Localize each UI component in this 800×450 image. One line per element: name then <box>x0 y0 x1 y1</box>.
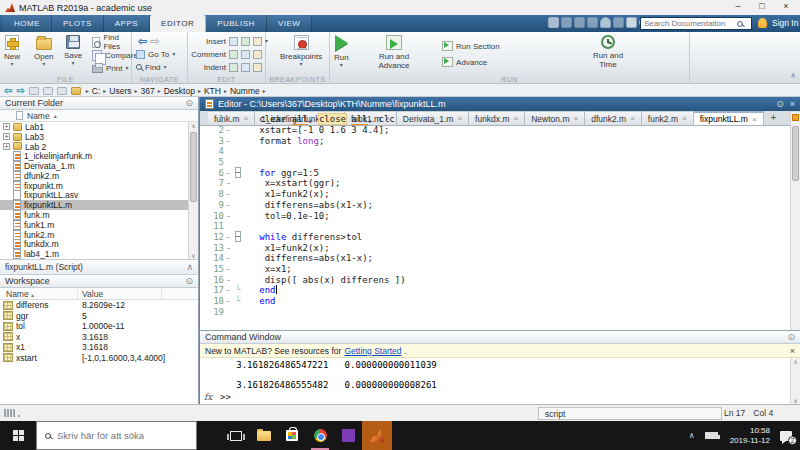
breakpoint-margin[interactable]: - <box>224 125 233 135</box>
code-line-14[interactable]: 14- differens=abs(x1-x); <box>200 253 790 264</box>
ribbon-tab-plots[interactable]: PLOTS <box>52 15 104 32</box>
open-button[interactable]: Open▾ <box>34 35 54 67</box>
code-line-12[interactable]: 12-− while differens>tol <box>200 232 790 243</box>
cut-icon[interactable] <box>561 17 572 28</box>
collapse-ribbon-icon[interactable]: ∧ <box>790 71 796 80</box>
app-purple-icon[interactable] <box>334 421 362 450</box>
battery-icon[interactable] <box>705 432 718 439</box>
file-item-funk2-m[interactable]: funk2.m <box>0 230 188 240</box>
breadcrumb-item-desktop[interactable]: Desktop <box>164 86 195 96</box>
search-icon[interactable] <box>737 21 743 27</box>
line-number[interactable]: 1 <box>200 114 224 124</box>
code-line-10[interactable]: 10- tol=0.1e-10; <box>200 210 790 221</box>
comment-icon[interactable] <box>229 50 238 59</box>
workspace-row-xstart[interactable]: xstart[-1,0,1.6000,3,4.4000] <box>0 353 198 364</box>
redo-icon[interactable] <box>613 17 624 28</box>
ribbon-tab-home[interactable]: HOME <box>3 15 52 32</box>
breakpoint-margin[interactable]: - <box>224 200 233 210</box>
file-explorer-icon[interactable] <box>250 421 278 450</box>
file-item-1-ickelinjarfunk-m[interactable]: 1_ickelinjarfunk.m <box>0 151 188 161</box>
workspace-value-column[interactable]: Value <box>78 289 162 299</box>
line-number[interactable]: 7 <box>200 178 224 188</box>
indent-right-icon[interactable] <box>241 63 250 72</box>
smart-indent-icon[interactable] <box>229 63 238 72</box>
save-button[interactable]: Save▾ <box>64 35 82 66</box>
breadcrumb-item-367[interactable]: 367 <box>141 86 155 96</box>
panel-menu-icon[interactable]: ⊙ <box>185 98 193 108</box>
breakpoint-margin[interactable]: - <box>224 285 233 295</box>
copy-icon[interactable] <box>574 17 585 28</box>
code-line-7[interactable]: 7- x=xstart(ggr); <box>200 178 790 189</box>
hidden-icons-chevron-icon[interactable]: ∧ <box>689 431 695 440</box>
workspace-row-ggr[interactable]: ggr5 <box>0 311 198 322</box>
file-item-funk-m[interactable]: funk.m <box>0 210 188 220</box>
breakpoint-margin[interactable]: - <box>224 189 233 199</box>
line-number[interactable]: 11 <box>200 221 224 231</box>
command-window-scrollbar[interactable]: ∧∨ <box>790 358 800 404</box>
line-number[interactable]: 15 <box>200 264 224 274</box>
print-icon[interactable] <box>626 17 637 28</box>
run-and-advance-button[interactable]: Run and Advance <box>372 35 416 70</box>
history-back-icon[interactable]: ⇦ <box>4 86 12 96</box>
file-item-dfunk2-m[interactable]: dfunk2.m <box>0 171 188 181</box>
line-number[interactable]: 16 <box>200 275 224 285</box>
breadcrumb-item-numme[interactable]: Numme <box>230 86 260 96</box>
breadcrumb-item-c[interactable]: C: <box>92 86 101 96</box>
code-line-9[interactable]: 9- differens=abs(x1-x); <box>200 200 790 211</box>
ribbon-tab-editor[interactable]: EDITOR <box>150 15 206 32</box>
notification-bell-icon[interactable] <box>758 18 767 28</box>
file-item-lab3[interactable]: +Lab3 <box>0 132 188 142</box>
insert-image-icon[interactable] <box>253 37 262 46</box>
advance-button[interactable]: Advance <box>442 56 487 68</box>
code-line-16[interactable]: 16- disp([ abs(x) differens ]) <box>200 274 790 285</box>
chrome-icon[interactable] <box>306 421 334 450</box>
line-number[interactable]: 8 <box>200 189 224 199</box>
uncomment-icon[interactable] <box>241 50 250 59</box>
breakpoint-margin[interactable]: - <box>224 178 233 188</box>
line-number[interactable]: 10 <box>200 211 224 221</box>
warning-indicator-icon[interactable] <box>792 114 799 121</box>
find-button[interactable]: Find▾ <box>136 61 167 73</box>
taskbar-search-input[interactable] <box>57 430 177 441</box>
file-item-lab4-1-m[interactable]: lab4_1.m <box>0 249 188 259</box>
maximize-button[interactable]: □ <box>750 0 774 14</box>
line-number[interactable]: 18 <box>200 296 224 306</box>
collapse-details-icon[interactable]: ∧ <box>186 262 193 272</box>
breakpoint-margin[interactable]: - <box>224 243 233 253</box>
line-number[interactable]: 3 <box>200 136 224 146</box>
breadcrumb-item-kth[interactable]: KTH <box>204 86 221 96</box>
indent-row[interactable]: Indent <box>190 61 262 73</box>
action-center-icon[interactable]: 2 <box>780 431 792 441</box>
scrollbar-thumb[interactable] <box>792 126 799 181</box>
task-view-icon[interactable] <box>222 421 250 450</box>
breakpoint-margin[interactable]: - <box>224 264 233 274</box>
breakpoint-margin[interactable]: - <box>224 136 233 146</box>
code-line-5[interactable]: 5 <box>200 157 790 168</box>
start-button[interactable] <box>0 421 36 450</box>
code-area[interactable]: 1- clear all, close all, clc2- xstart=[-… <box>200 112 790 330</box>
name-column-header[interactable]: Name ▴ <box>0 110 198 122</box>
file-item-lab-2[interactable]: +Lab 2 <box>0 142 188 152</box>
file-item-derivata-1-m[interactable]: Derivata_1.m <box>0 161 188 171</box>
undo-icon[interactable] <box>600 17 611 28</box>
code-line-17[interactable]: 17-└ end <box>200 285 790 296</box>
taskbar-clock[interactable]: 10:58 2019-11-12 <box>730 426 770 445</box>
file-item-funkdx-m[interactable]: funkdx.m <box>0 240 188 250</box>
breadcrumb-item-users[interactable]: Users <box>109 86 131 96</box>
code-line-19[interactable]: 19 <box>200 306 790 317</box>
history-forward-icon[interactable]: ⇨ <box>16 86 24 96</box>
expand-icon[interactable]: + <box>3 133 10 140</box>
breakpoint-margin[interactable]: - <box>224 275 233 285</box>
goto-button[interactable]: Go To▾ <box>136 48 175 60</box>
paste-icon[interactable] <box>587 17 598 28</box>
breakpoint-margin[interactable]: - <box>224 211 233 221</box>
run-and-time-button[interactable]: Run and Time <box>588 35 628 69</box>
insert-section-icon[interactable] <box>229 37 238 46</box>
code-line-4[interactable]: 4 <box>200 146 790 157</box>
breakpoint-margin[interactable]: - <box>224 168 233 178</box>
line-number[interactable]: 12 <box>200 232 224 242</box>
new-button[interactable]: New▾ <box>4 35 20 67</box>
getting-started-link[interactable]: Getting Started <box>344 346 401 356</box>
save-icon[interactable] <box>548 17 559 28</box>
fold-collapse-icon[interactable]: − <box>233 169 243 177</box>
